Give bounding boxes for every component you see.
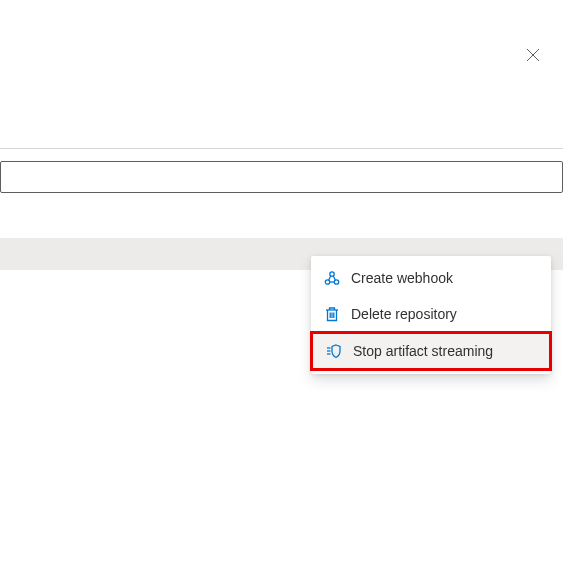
menu-item-stop-artifact-streaming[interactable]: Stop artifact streaming bbox=[310, 331, 552, 371]
menu-item-delete-repository[interactable]: Delete repository bbox=[311, 296, 551, 332]
menu-item-create-webhook[interactable]: Create webhook bbox=[311, 260, 551, 296]
shield-stream-icon bbox=[325, 342, 343, 360]
close-button[interactable] bbox=[523, 45, 543, 65]
svg-point-2 bbox=[330, 272, 334, 276]
close-icon bbox=[526, 48, 540, 62]
menu-item-label: Delete repository bbox=[351, 306, 457, 322]
menu-item-label: Stop artifact streaming bbox=[353, 343, 493, 359]
trash-icon bbox=[323, 305, 341, 323]
menu-item-label: Create webhook bbox=[351, 270, 453, 286]
webhook-icon bbox=[323, 269, 341, 287]
svg-point-4 bbox=[334, 280, 338, 284]
context-menu: Create webhook Delete repository Stop ar bbox=[311, 256, 551, 374]
svg-point-3 bbox=[325, 280, 329, 284]
search-input[interactable] bbox=[0, 161, 563, 193]
input-section bbox=[0, 148, 563, 193]
